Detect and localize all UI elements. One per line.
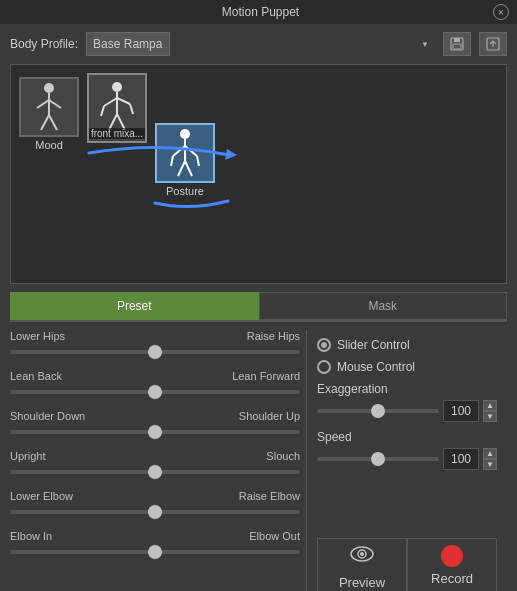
svg-point-30 — [360, 552, 364, 556]
svg-point-20 — [180, 129, 190, 139]
tab-preset[interactable]: Preset — [10, 292, 259, 320]
svg-line-18 — [130, 104, 133, 114]
svg-line-26 — [178, 161, 185, 176]
exaggeration-spinners: ▲ ▼ — [483, 400, 497, 422]
slider-shoulder-left: Shoulder Down — [10, 410, 85, 422]
puppet-front-mixa-label: front mixa... — [89, 128, 145, 139]
title-bar: Motion Puppet × — [0, 0, 517, 24]
main-content: Body Profile: Base Rampa — [0, 24, 517, 591]
radio-slider-indicator — [317, 338, 331, 352]
slider-lean: Lean Back Lean Forward — [10, 370, 300, 400]
window-title: Motion Puppet — [28, 5, 493, 19]
puppet-posture[interactable]: Posture — [155, 123, 215, 197]
body-profile-select-wrapper: Base Rampa — [86, 32, 435, 56]
action-buttons-row: Preview Record — [317, 538, 497, 591]
svg-line-17 — [101, 106, 104, 116]
svg-point-5 — [44, 83, 54, 93]
svg-line-23 — [185, 146, 197, 156]
save-button[interactable] — [443, 32, 471, 56]
svg-line-9 — [41, 115, 49, 130]
bottom-panel: Lower Hips Raise Hips Lean Back Lean For… — [10, 330, 507, 591]
svg-line-8 — [49, 100, 61, 108]
exaggeration-label: Exaggeration — [317, 382, 497, 396]
svg-line-14 — [117, 98, 130, 104]
close-button[interactable]: × — [493, 4, 509, 20]
record-button[interactable]: Record — [407, 538, 497, 591]
body-profile-label: Body Profile: — [10, 37, 78, 51]
exaggeration-section: Exaggeration 100 ▲ ▼ — [317, 382, 497, 422]
slider-upright: Upright Slouch — [10, 450, 300, 480]
svg-marker-19 — [225, 149, 237, 160]
slider-elbow-left: Lower Elbow — [10, 490, 73, 502]
slider-elbow-input[interactable] — [10, 510, 300, 514]
speed-spinners: ▲ ▼ — [483, 448, 497, 470]
svg-line-13 — [104, 98, 117, 106]
export-button[interactable] — [479, 32, 507, 56]
slider-elbow-right: Raise Elbow — [239, 490, 300, 502]
svg-line-24 — [171, 156, 173, 166]
radio-slider-control[interactable]: Slider Control — [317, 338, 497, 352]
speed-up[interactable]: ▲ — [483, 448, 497, 459]
radio-slider-label: Slider Control — [337, 338, 410, 352]
speed-down[interactable]: ▼ — [483, 459, 497, 470]
svg-line-27 — [185, 161, 192, 176]
puppets-area: Mood front m — [10, 64, 507, 284]
speed-value: 100 — [443, 448, 479, 470]
puppet-mood-label: Mood — [35, 139, 63, 151]
record-icon — [441, 545, 463, 567]
slider-shoulder-input[interactable] — [10, 430, 300, 434]
svg-line-25 — [197, 156, 199, 166]
svg-line-22 — [173, 146, 185, 156]
sliders-panel: Lower Hips Raise Hips Lean Back Lean For… — [10, 330, 307, 591]
tab-mask[interactable]: Mask — [259, 292, 508, 320]
radio-mouse-control[interactable]: Mouse Control — [317, 360, 497, 374]
slider-upright-right: Slouch — [266, 450, 300, 462]
svg-line-7 — [37, 100, 49, 108]
svg-point-11 — [112, 82, 122, 92]
slider-shoulder-right: Shoulder Up — [239, 410, 300, 422]
slider-lean-input[interactable] — [10, 390, 300, 394]
posture-arrow — [150, 195, 240, 211]
exaggeration-slider[interactable] — [317, 409, 439, 413]
puppet-front-mixa[interactable]: front mixa... — [87, 73, 147, 143]
slider-elbow: Lower Elbow Raise Elbow — [10, 490, 300, 520]
radio-mouse-label: Mouse Control — [337, 360, 415, 374]
slider-elbow-in-right: Elbow Out — [249, 530, 300, 542]
puppet-posture-label: Posture — [166, 185, 204, 197]
speed-slider[interactable] — [317, 457, 439, 461]
slider-shoulder: Shoulder Down Shoulder Up — [10, 410, 300, 440]
slider-upright-input[interactable] — [10, 470, 300, 474]
svg-rect-1 — [454, 38, 460, 42]
exaggeration-up[interactable]: ▲ — [483, 400, 497, 411]
preview-label: Preview — [339, 575, 385, 590]
preview-icon — [348, 540, 376, 571]
exaggeration-down[interactable]: ▼ — [483, 411, 497, 422]
slider-elbow-in-left: Elbow In — [10, 530, 52, 542]
svg-line-10 — [49, 115, 57, 130]
controls-panel: Slider Control Mouse Control Exaggeratio… — [307, 330, 507, 591]
slider-hips: Lower Hips Raise Hips — [10, 330, 300, 360]
speed-label: Speed — [317, 430, 497, 444]
svg-rect-2 — [453, 44, 461, 49]
speed-section: Speed 100 ▲ ▼ — [317, 430, 497, 470]
slider-elbow-in-input[interactable] — [10, 550, 300, 554]
slider-upright-left: Upright — [10, 450, 45, 462]
puppet-mood[interactable]: Mood — [19, 77, 79, 151]
body-profile-select[interactable]: Base Rampa — [86, 32, 170, 56]
slider-hips-input[interactable] — [10, 350, 300, 354]
radio-mouse-indicator — [317, 360, 331, 374]
exaggeration-value: 100 — [443, 400, 479, 422]
slider-hips-left: Lower Hips — [10, 330, 65, 342]
slider-elbow-in: Elbow In Elbow Out — [10, 530, 300, 560]
record-label: Record — [431, 571, 473, 586]
slider-hips-right: Raise Hips — [247, 330, 300, 342]
body-profile-row: Body Profile: Base Rampa — [10, 32, 507, 56]
tabs-row: Preset Mask — [10, 292, 507, 322]
slider-lean-right: Lean Forward — [232, 370, 300, 382]
slider-lean-left: Lean Back — [10, 370, 62, 382]
preview-button[interactable]: Preview — [317, 538, 407, 591]
